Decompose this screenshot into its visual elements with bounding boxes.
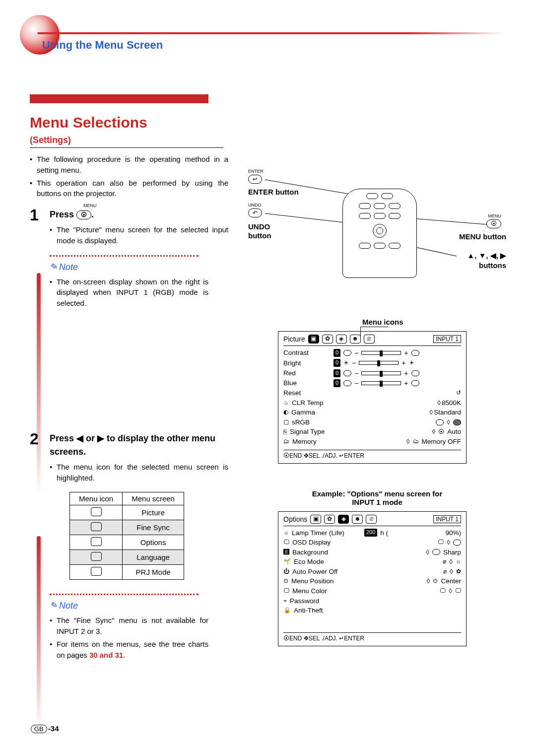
red-bar — [30, 94, 208, 103]
note-hand-icon: ✎ — [48, 599, 59, 612]
note-1-bullet: The on-screen display shown on the right… — [50, 276, 208, 309]
osd-footer: ⦿END ✥SEL ./ADJ. ↵ENTER — [283, 450, 461, 459]
mi-name: Picture — [123, 505, 184, 520]
step-1-bullet: The "Picture" menu screen for the select… — [50, 224, 228, 246]
intro-bullets: The following procedure is the operating… — [30, 154, 228, 199]
step-2-bullet: The menu icon for the selected menu scre… — [50, 462, 228, 483]
step-1-suffix: . — [91, 209, 94, 219]
table-row: Language — [70, 550, 184, 565]
step-1-prefix: Press — [50, 209, 74, 219]
osd-tab-icon: ▣ — [310, 515, 321, 524]
osd-footer: ⦿END ✥SEL ./ADJ. ↵ENTER — [283, 632, 461, 642]
remote-diagram: ENTER ↵ ENTER button UNDO ↶ UNDO button … — [248, 169, 506, 308]
step-number: 1 — [30, 206, 39, 224]
mi-th-icon: Menu icon — [70, 492, 123, 505]
osd-tab-label: Picture — [283, 335, 305, 343]
step-2-gradient — [37, 536, 41, 730]
osd-tab-icon: ☻ — [352, 515, 363, 524]
intro-bullet: The following procedure is the operating… — [30, 154, 228, 176]
table-row: PRJ Mode — [70, 565, 184, 580]
remote-body — [342, 189, 417, 278]
note-1-heading: ✎Note — [50, 262, 228, 273]
note-2-body: The "Fine Sync" menu is not available fo… — [50, 615, 208, 660]
osd-tab-icon: ◈ — [338, 515, 349, 524]
header-line — [37, 32, 504, 34]
table-row: Picture — [70, 505, 184, 520]
note-2-bullet: The "Fine Sync" menu is not available fo… — [50, 615, 208, 637]
step-2: 2 Press ◀ or ▶ to display the other menu… — [30, 432, 228, 483]
gb-badge: GB — [31, 725, 47, 733]
page-footer: GB-34 — [31, 724, 59, 733]
options-icon — [91, 537, 102, 546]
intro-bullet: This operation can also be performed by … — [30, 178, 228, 200]
osd-tab-icon: ⎚ — [364, 335, 375, 344]
osd-tab-label: Options — [283, 515, 307, 523]
svg-line-2 — [412, 218, 486, 224]
language-icon — [91, 552, 102, 561]
note-1-divider — [50, 255, 199, 257]
section-title: Using the Menu Screen — [42, 39, 163, 52]
table-row: Fine Sync — [70, 520, 184, 535]
menu-icons-label: Menu icons — [362, 318, 506, 326]
svg-line-1 — [265, 213, 352, 223]
note-2-bullet: For items on the menus, see the tree cha… — [50, 639, 208, 661]
mi-name: Options — [123, 535, 184, 550]
step-1-head: Press ⦿. — [50, 208, 228, 221]
page-title: Menu Selections — [30, 114, 506, 131]
mi-name: Language — [123, 550, 184, 565]
table-row: Options — [70, 535, 184, 550]
step-2-head: Press ◀ or ▶ to display the other menu s… — [50, 432, 228, 459]
osd-tab-icon: ✿ — [324, 515, 335, 524]
osd-input-badge: INPUT 1 — [433, 335, 461, 343]
prjmode-icon — [91, 567, 102, 576]
picture-icon — [91, 507, 102, 516]
page-subtitle: (Settings) — [30, 135, 506, 145]
mi-th-screen: Menu screen — [123, 492, 184, 505]
step-number: 2 — [30, 430, 39, 448]
osd-tab-icon: ☻ — [350, 335, 361, 344]
page-ref: 30 and 31 — [89, 651, 123, 659]
osd-tab-icon: ⎚ — [366, 515, 377, 524]
mi-name: Fine Sync — [123, 520, 184, 535]
note-2-divider — [50, 594, 199, 595]
note-2-heading: ✎Note — [50, 600, 228, 611]
menu-icon-table: Menu icon Menu screen Picture Fine Sync … — [69, 492, 184, 580]
osd-tab-icon: ✿ — [322, 335, 333, 344]
page-number: -34 — [48, 724, 59, 733]
title-rule — [30, 147, 223, 148]
mi-name: PRJ Mode — [123, 565, 184, 580]
osd-picture: Picture ▣ ✿ ◈ ☻ ⎚ INPUT 1 Contrast0 −+ B… — [278, 331, 467, 464]
osd-tab-icon: ▣ — [308, 335, 319, 344]
menu-tiny-label: MENU — [83, 203, 97, 208]
step-1: 1 MENU Press ⦿. The "Picture" menu scree… — [30, 208, 228, 246]
example-label: Example: "Options" menu screen for INPUT… — [248, 489, 506, 506]
note-1-body: The on-screen display shown on the right… — [50, 276, 208, 309]
osd-options: Options ▣ ✿ ◈ ☻ ⎚ INPUT 1 ☼Lamp Timer (L… — [278, 511, 467, 646]
menu-key-icon: ⦿ — [76, 210, 91, 219]
osd-tab-icon: ◈ — [336, 335, 347, 344]
finesync-icon — [91, 522, 102, 531]
note-hand-icon: ✎ — [48, 261, 59, 274]
osd-input-badge: INPUT 1 — [433, 515, 461, 523]
